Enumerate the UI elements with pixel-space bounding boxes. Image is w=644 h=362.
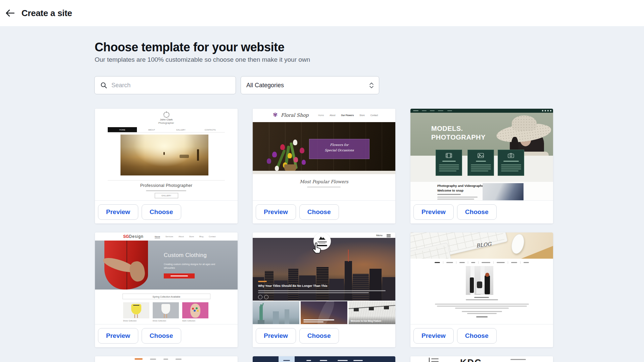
- choose-button[interactable]: Choose: [457, 328, 497, 344]
- text-line: [307, 187, 341, 188]
- next-circle-button: [264, 295, 268, 299]
- antenna-shape: [348, 250, 349, 262]
- template-thumbnail-keyboard-blog[interactable]: BLOG: [410, 232, 553, 324]
- choose-button[interactable]: Choose: [299, 204, 339, 220]
- template-thumbnail-partial-1[interactable]: [95, 356, 238, 362]
- preview-button[interactable]: Preview: [98, 204, 138, 220]
- separator: [478, 261, 479, 264]
- category-select[interactable]: All Categories: [241, 76, 379, 94]
- text-line: [413, 110, 418, 111]
- mini-nav-item-bar: [306, 360, 311, 361]
- template-thumbnail-models[interactable]: MODELS. PHOTOGRAPHY: [410, 109, 553, 200]
- template-thumbnail-partial-2[interactable]: [253, 356, 395, 362]
- template-thumbnail-floral[interactable]: ✾ Floral Shop Home About Our Flowers Sto…: [253, 109, 395, 200]
- mini-nav-item-bar: [446, 262, 453, 263]
- template-card-models: MODELS. PHOTOGRAPHY: [410, 109, 553, 223]
- shape: [180, 155, 189, 158]
- mini-banner: Spring Collection Available: [122, 294, 210, 299]
- text-line: [439, 170, 456, 171]
- mini-nav-item-bar: [176, 359, 182, 360]
- shape: [196, 307, 198, 309]
- text-line: [501, 168, 521, 169]
- product-caption: Dress Collection: [153, 320, 166, 322]
- choose-button[interactable]: Choose: [142, 328, 181, 344]
- aperture-logo-icon: [163, 112, 169, 118]
- text-line: [447, 110, 452, 111]
- card-actions: Preview Choose: [95, 324, 238, 347]
- active-nav-block: [279, 356, 295, 362]
- search-input[interactable]: [111, 82, 236, 89]
- tag-line: [258, 281, 267, 282]
- mini-nav-item-bar: [497, 262, 505, 263]
- page-title: Create a site: [21, 8, 72, 18]
- preview-button[interactable]: Preview: [413, 204, 454, 220]
- mini-hero-text: Creating custom clothing designs for all…: [164, 263, 217, 270]
- mini-nav-item: CONTACTS: [196, 127, 225, 132]
- film-icon: [446, 153, 452, 158]
- template-card-photographer: John Clark Photographer HOME ABOUT GALLE…: [95, 109, 238, 223]
- preview-button[interactable]: Preview: [413, 328, 454, 344]
- choose-button[interactable]: Choose: [457, 204, 497, 220]
- text-line: [501, 166, 521, 167]
- mini-nav-item: Home: [155, 236, 160, 238]
- hat-crown-shape: [512, 115, 537, 131]
- shape: [280, 144, 285, 150]
- text-line: [431, 358, 439, 359]
- mouse-shape: [509, 233, 526, 255]
- separator: [443, 261, 443, 264]
- mini-nav-item: Store: [189, 236, 194, 238]
- product-thumb: [123, 302, 149, 318]
- camera-icon: [508, 153, 514, 158]
- template-card-floral: ✾ Floral Shop Home About Our Flowers Sto…: [253, 109, 395, 223]
- text-line: [303, 319, 334, 320]
- building-shape: [316, 267, 329, 301]
- text-line: [442, 161, 456, 162]
- building-shape: [299, 275, 316, 301]
- back-button[interactable]: [2, 5, 17, 21]
- mini-nav-item: GALLERY: [166, 127, 196, 132]
- text-line: [283, 360, 290, 361]
- text-line: [317, 242, 327, 242]
- mini-hero-title: Custom Clothing: [164, 252, 207, 258]
- text-line: [439, 168, 459, 169]
- shape: [293, 140, 297, 145]
- template-thumbnail-photographer[interactable]: John Clark Photographer HOME ABOUT GALLE…: [95, 109, 238, 200]
- text-line: [510, 359, 526, 360]
- preview-button[interactable]: Preview: [256, 204, 296, 220]
- mini-nav-item: Our Flowers: [341, 114, 354, 116]
- text-line: [303, 321, 324, 322]
- separator: [456, 261, 456, 264]
- text-line: [438, 110, 443, 111]
- template-thumbnail-travel-blog[interactable]: Menu Why Your Titles Should Be No Longer…: [253, 232, 395, 324]
- text-line: [501, 164, 521, 165]
- mini-nav-item-bar: [524, 262, 529, 263]
- preview-button[interactable]: Preview: [98, 328, 138, 344]
- shape: [528, 356, 534, 362]
- mini-nav-item: HOME: [108, 127, 137, 132]
- card-actions: Preview Choose: [253, 200, 395, 223]
- prev-circle-button: [258, 295, 262, 299]
- feature-box: [436, 150, 462, 176]
- product-caption: Swim Collection: [182, 320, 195, 322]
- building-shape: [345, 261, 352, 301]
- preview-button[interactable]: Preview: [256, 328, 296, 344]
- template-thumbnail-partial-kdc[interactable]: KDC: [410, 356, 553, 362]
- section-subheading: Our templates are 100% customizable so c…: [95, 56, 310, 63]
- chevron-up-icon: [369, 83, 374, 85]
- mini-body-heading: Photography and Videographer: [437, 184, 485, 188]
- template-card-keyboard-blog: BLOG: [410, 232, 553, 347]
- image-icon: [478, 153, 484, 158]
- text-line: [431, 361, 439, 362]
- divider: [108, 180, 225, 180]
- choose-button[interactable]: Choose: [142, 204, 181, 220]
- mini-nav: Home About Our Flowers Store Contact: [318, 114, 378, 116]
- choose-button[interactable]: Choose: [299, 328, 339, 344]
- lift-seat-shape: [369, 307, 374, 310]
- product-thumb: [153, 302, 179, 318]
- mini-hero-title: Why Your Titles Should Be No Longer Than…: [258, 284, 328, 288]
- search-box[interactable]: [94, 76, 236, 94]
- shape: [197, 310, 199, 312]
- product-caption: Dress Collection: [123, 320, 137, 322]
- template-card-partial-kdc: KDC: [410, 356, 553, 362]
- template-thumbnail-sg-design[interactable]: SGDesign Home Services About Store Blog …: [95, 232, 238, 324]
